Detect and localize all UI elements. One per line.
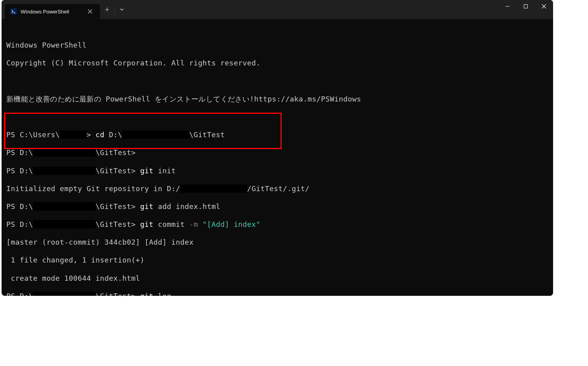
terminal-line: PS C:\Users\ > cd D:\ \GitTest bbox=[6, 130, 548, 140]
terminal-line: PS D:\ \GitTest> git commit -m "[Add] in… bbox=[6, 220, 548, 229]
tab-controls bbox=[100, 0, 129, 19]
titlebar: Windows PowerShell bbox=[2, 0, 553, 19]
tab-title: Windows PowerShell bbox=[21, 9, 82, 15]
new-tab-button[interactable] bbox=[100, 0, 114, 19]
tab-dropdown-button[interactable] bbox=[115, 0, 129, 19]
terminal-line bbox=[6, 77, 548, 86]
terminal-window: Windows PowerShell bbox=[2, 0, 553, 296]
tab-powershell[interactable]: Windows PowerShell bbox=[5, 4, 100, 19]
tab-strip: Windows PowerShell bbox=[2, 0, 129, 19]
terminal-line: Copyright (C) Microsoft Corporation. All… bbox=[6, 59, 548, 68]
terminal-content[interactable]: Windows PowerShell Copyright (C) Microso… bbox=[2, 19, 553, 296]
close-button[interactable] bbox=[535, 0, 553, 13]
powershell-icon bbox=[10, 8, 17, 15]
terminal-line: 1 file changed, 1 insertion(+) bbox=[6, 256, 548, 265]
terminal-line: Windows PowerShell bbox=[6, 41, 548, 50]
terminal-line: PS D:\ .\GitTest> bbox=[6, 148, 548, 157]
terminal-line: PS D:\ \GitTest> git log bbox=[6, 292, 548, 296]
maximize-button[interactable] bbox=[517, 0, 535, 13]
terminal-line: Initialized empty Git repository in D:/ … bbox=[6, 184, 548, 194]
terminal-line: PS D:\ \GitTest> git add index.html bbox=[6, 202, 548, 211]
terminal-line: PS D:\ \GitTest> git init bbox=[6, 167, 548, 176]
window-controls bbox=[498, 0, 553, 19]
terminal-line: 新機能と改善のために最新の PowerShell をインストールしてください!h… bbox=[6, 95, 548, 104]
terminal-line: create mode 100644 index.html bbox=[6, 274, 548, 283]
terminal-line bbox=[6, 113, 548, 122]
terminal-line: [master (root-commit) 344cb02] [Add] ind… bbox=[6, 238, 548, 247]
minimize-button[interactable] bbox=[498, 0, 517, 13]
tab-close-button[interactable] bbox=[86, 7, 94, 16]
svg-rect-1 bbox=[524, 5, 528, 8]
